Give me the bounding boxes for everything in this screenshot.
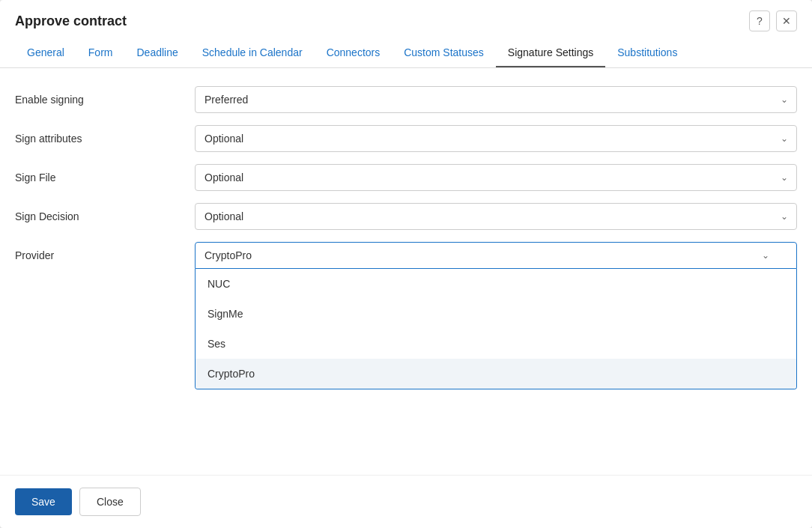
label-sign-attributes: Sign attributes: [15, 133, 195, 145]
label-sign-file: Sign File: [15, 172, 195, 183]
form-row-sign-decision: Sign Decision Optional ⌄: [15, 203, 797, 230]
close-button[interactable]: ✕: [776, 10, 797, 31]
tab-connectors[interactable]: Connectors: [315, 39, 393, 67]
dropdown-item-ses[interactable]: Ses: [196, 329, 796, 359]
form-row-sign-file: Sign File Optional ⌄: [15, 164, 797, 191]
dropdown-item-signme[interactable]: SignMe: [196, 299, 796, 329]
header-icons: ? ✕: [749, 10, 797, 31]
tab-substitutions[interactable]: Substitutions: [605, 39, 689, 67]
provider-dropdown: NUC SignMe Ses CryptoPro: [195, 269, 797, 389]
chevron-down-icon-provider: ⌄: [762, 250, 769, 261]
tab-form[interactable]: Form: [76, 39, 125, 67]
label-enable-signing: Enable signing: [15, 94, 195, 106]
control-provider: CryptoPro ⌄ NUC SignMe Ses CryptoPro: [195, 242, 797, 269]
tab-general[interactable]: General: [15, 39, 76, 67]
modal-footer: Save Close: [0, 475, 812, 528]
select-provider[interactable]: CryptoPro ⌄: [195, 242, 797, 269]
tab-signature-settings[interactable]: Signature Settings: [496, 39, 605, 67]
provider-value: CryptoPro: [204, 249, 252, 261]
modal-title: Approve contract: [15, 13, 127, 29]
select-sign-file[interactable]: Optional: [195, 164, 797, 191]
control-sign-decision: Optional ⌄: [195, 203, 797, 230]
modal-container: Approve contract ? ✕ General Form Deadli…: [0, 0, 812, 528]
tab-custom-statuses[interactable]: Custom Statuses: [392, 39, 496, 67]
close-footer-button[interactable]: Close: [79, 488, 141, 516]
save-button[interactable]: Save: [15, 488, 72, 515]
tabs-bar: General Form Deadline Schedule in Calend…: [0, 39, 812, 68]
modal-body: Enable signing Preferred ⌄ Sign attribut…: [0, 68, 812, 475]
select-enable-signing[interactable]: Preferred: [195, 86, 797, 113]
control-sign-attributes: Optional ⌄: [195, 125, 797, 152]
tab-deadline[interactable]: Deadline: [124, 39, 190, 67]
control-sign-file: Optional ⌄: [195, 164, 797, 191]
label-provider: Provider: [15, 242, 195, 261]
form-row-sign-attributes: Sign attributes Optional ⌄: [15, 125, 797, 152]
select-sign-attributes[interactable]: Optional: [195, 125, 797, 152]
control-enable-signing: Preferred ⌄: [195, 86, 797, 113]
dropdown-item-nuc[interactable]: NUC: [196, 269, 796, 299]
modal-header: Approve contract ? ✕: [0, 0, 812, 31]
help-button[interactable]: ?: [749, 10, 770, 31]
label-sign-decision: Sign Decision: [15, 210, 195, 222]
tab-schedule[interactable]: Schedule in Calendar: [190, 39, 315, 67]
form-row-provider: Provider CryptoPro ⌄ NUC SignMe Ses Cryp…: [15, 242, 797, 269]
select-sign-decision[interactable]: Optional: [195, 203, 797, 230]
dropdown-item-cryptopro[interactable]: CryptoPro: [196, 359, 796, 389]
form-row-enable-signing: Enable signing Preferred ⌄: [15, 86, 797, 113]
